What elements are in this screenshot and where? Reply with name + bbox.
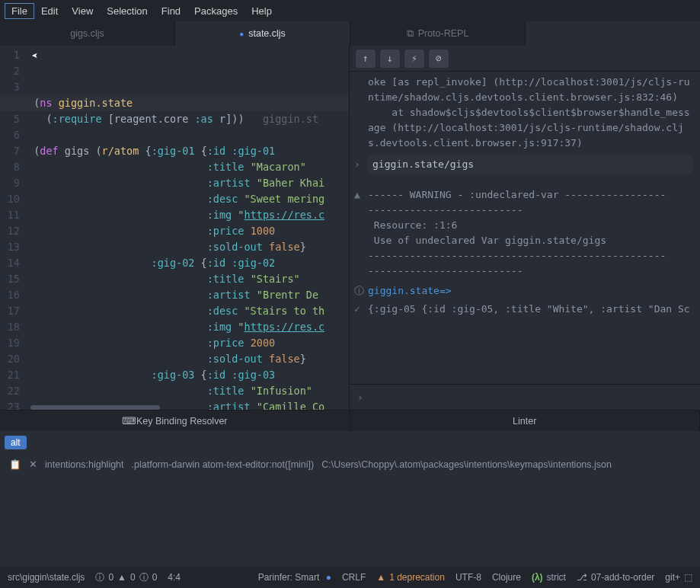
line-number: 10: [0, 191, 20, 207]
menu-selection[interactable]: Selection: [100, 3, 154, 19]
bottom-tab-key-binding-resolver[interactable]: ⌨ Key Binding Resolver: [0, 411, 350, 431]
line-number: 7: [0, 143, 20, 159]
tab-icon: ⌨: [122, 415, 136, 427]
tab-state-cljs[interactable]: state.cljs: [175, 21, 350, 46]
menu-find[interactable]: Find: [155, 3, 187, 19]
tab-icon: ⧉: [407, 28, 414, 40]
tab-Proto-REPL[interactable]: ⧉Proto-REPL: [350, 21, 526, 46]
line-number: 15: [0, 271, 20, 287]
status-encoding[interactable]: UTF-8: [455, 572, 481, 583]
info2-icon: ⓘ: [139, 571, 149, 584]
status-branch[interactable]: ⎇07-add-to-order: [577, 572, 654, 583]
line-number: 14: [0, 255, 20, 271]
repl-line: oke [as repl_invoke] (http://localhost:3…: [368, 75, 692, 105]
code-line: :title "Macaron": [27, 159, 349, 175]
line-number: 3: [0, 79, 20, 95]
code-line: :title "Infusion": [27, 383, 349, 399]
line-number: 1: [0, 47, 20, 63]
code-line: :gig-02 {:id :gig-02: [27, 255, 349, 271]
status-bar: src\giggin\state.cljs ⓘ0 ▲0 ⓘ0 4:4 Parin…: [0, 567, 700, 588]
repl-pane: ↑ ↓ ⚡ ⊘ oke [as repl_invoke] (http://loc…: [350, 46, 700, 410]
line-number: 6: [0, 127, 20, 143]
close-icon[interactable]: ✕: [29, 459, 37, 470]
code-line: :gig-03 {:id :gig-03: [27, 367, 349, 383]
code-line: :price 2000: [27, 335, 349, 351]
repl-down-button[interactable]: ↓: [380, 50, 400, 68]
code-line: :sold-out false}: [27, 239, 349, 255]
status-cursor-pos[interactable]: 4:4: [168, 572, 181, 583]
line-number: 5: [0, 111, 20, 127]
repl-echo: {:gig-05 {:id :gig-05, :title "White", :…: [368, 303, 690, 315]
line-number: 22: [0, 383, 20, 399]
status-git[interactable]: git+⬚: [665, 572, 692, 583]
status-parinfer[interactable]: Parinfer: Smart ●: [258, 572, 331, 583]
line-number: 13: [0, 239, 20, 255]
tab-gigs-cljs[interactable]: gigs.cljs: [0, 21, 175, 46]
error-icon: ⓘ: [95, 571, 104, 584]
code-line: [27, 127, 349, 143]
status-language[interactable]: Clojure: [492, 572, 521, 583]
menu-packages[interactable]: Packages: [187, 3, 245, 19]
code-area[interactable]: ➤ (ns giggin.state (:require [reagent.co…: [27, 46, 349, 410]
code-line: :artist "Brentr De: [27, 287, 349, 303]
code-line: (ns giggin.state: [27, 95, 349, 111]
horizontal-scrollbar[interactable]: [30, 405, 160, 410]
menubar: FileEditViewSelectionFindPackagesHelp: [0, 0, 700, 21]
code-line: (def gigs (r/atom {:gig-01 {:id :gig-01: [27, 143, 349, 159]
bottom-tab-linter[interactable]: Linter: [350, 411, 701, 431]
repl-line: at shadow$cljs$devtools$client$browser$h…: [368, 105, 692, 151]
bottom-panel-tabs: ⌨ Key Binding ResolverLinter: [0, 410, 700, 431]
key-badge: alt: [5, 436, 27, 449]
code-line: :artist "Baher Khai: [27, 175, 349, 191]
repl-input[interactable]: ›: [350, 384, 700, 410]
repl-toolbar: ↑ ↓ ⚡ ⊘: [350, 46, 700, 72]
code-line: :img "https://res.c: [27, 319, 349, 335]
repl-output[interactable]: oke [as repl_invoke] (http://localhost:3…: [350, 72, 700, 384]
line-number: 12: [0, 223, 20, 239]
warn-icon: ▲: [117, 572, 126, 583]
line-number: 17: [0, 303, 20, 319]
chevron-right-icon[interactable]: ›: [354, 157, 360, 172]
menu-edit[interactable]: Edit: [34, 3, 65, 19]
intentions-scope: .platform-darwin atom-text-editor:not([m…: [132, 459, 315, 470]
line-number: 21: [0, 367, 20, 383]
menu-help[interactable]: Help: [245, 3, 279, 19]
line-number: 11: [0, 207, 20, 223]
status-lineend[interactable]: CRLF: [342, 572, 366, 583]
code-line: :desc "Stairs to th: [27, 303, 349, 319]
status-diagnostics[interactable]: ⓘ0 ▲0 ⓘ0: [95, 571, 157, 584]
menu-view[interactable]: View: [65, 3, 100, 19]
status-strict[interactable]: (λ)strict: [532, 572, 566, 583]
code-line: (:require [reagent.core :as r])) giggin.…: [27, 111, 349, 127]
check-icon: ✓: [354, 302, 360, 317]
repl-stop-button[interactable]: ⊘: [429, 50, 449, 68]
intentions-row: 📋 ✕ intentions:highlight .platform-darwi…: [0, 454, 700, 475]
code-line: :img "https://res.c: [27, 207, 349, 223]
status-file[interactable]: src\giggin\state.cljs: [8, 572, 85, 583]
repl-result: giggin.state/gigs: [372, 158, 474, 170]
code-line: :desc "Sweet mering: [27, 191, 349, 207]
key-resolver-panel: alt: [0, 431, 700, 454]
repl-bolt-button[interactable]: ⚡: [404, 50, 424, 68]
box-icon: ⬚: [684, 572, 692, 583]
line-number: 9: [0, 175, 20, 191]
repl-up-button[interactable]: ↑: [356, 50, 376, 68]
code-line: :sold-out false}: [27, 351, 349, 367]
warning-icon: ▲: [354, 187, 360, 203]
repl-warning: ------ WARNING - :undeclared-var -------…: [368, 187, 692, 203]
tab-bar: gigs.cljsstate.cljs⧉Proto-REPL: [0, 21, 700, 46]
editor-pane[interactable]: 123456789101112131415161718192021222324 …: [0, 46, 350, 410]
branch-icon: ⎇: [577, 572, 587, 583]
line-number: 18: [0, 319, 20, 335]
line-number: 8: [0, 159, 20, 175]
status-deprecation[interactable]: ▲1 deprecation: [376, 572, 445, 583]
intentions-path: C:\Users\Choppy\.atom\packages\intention…: [321, 459, 612, 470]
repl-prompt: giggin.state=>: [368, 285, 452, 296]
line-number: 16: [0, 287, 20, 303]
info-icon: ⓘ: [354, 283, 364, 299]
line-number: 2: [0, 63, 20, 79]
menu-file[interactable]: File: [5, 3, 34, 19]
line-number: 19: [0, 335, 20, 351]
line-number: 20: [0, 351, 20, 367]
clipboard-icon[interactable]: 📋: [9, 459, 21, 470]
